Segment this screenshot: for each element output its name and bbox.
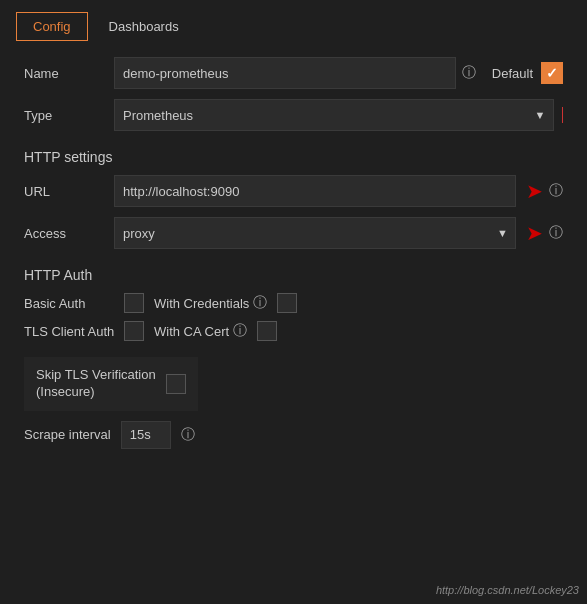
type-select-wrapper: Prometheus ▼ [114, 99, 554, 131]
skip-tls-row: Skip TLS Verification(Insecure) [24, 357, 198, 411]
name-row: Name ⓘ Default [24, 57, 563, 89]
access-label: Access [24, 226, 114, 241]
type-cursor [562, 107, 564, 123]
skip-tls-checkbox[interactable] [166, 374, 186, 394]
access-select[interactable]: proxy direct [114, 217, 516, 249]
type-field: Prometheus ▼ [114, 99, 563, 131]
http-settings-header: HTTP settings [24, 149, 563, 165]
url-info-icon[interactable]: ⓘ [549, 182, 563, 200]
default-checkbox[interactable] [541, 62, 563, 84]
name-label: Name [24, 66, 114, 81]
tab-dashboards-label: Dashboards [109, 19, 179, 34]
url-input[interactable] [114, 175, 516, 207]
default-label: Default [492, 66, 533, 81]
tls-auth-text: TLS Client Auth [24, 324, 114, 339]
tls-auth-row: TLS Client Auth With CA Cert ⓘ [24, 321, 563, 341]
access-arrow-annotation: ➤ [526, 221, 543, 245]
type-row: Type Prometheus ▼ [24, 99, 563, 131]
type-label: Type [24, 108, 114, 123]
access-select-wrapper: proxy direct ▼ [114, 217, 516, 249]
tls-auth-checkbox-area: With CA Cert ⓘ [124, 321, 277, 341]
access-info-icon[interactable]: ⓘ [549, 224, 563, 242]
scrape-info-icon[interactable]: ⓘ [181, 426, 195, 444]
name-info-icon[interactable]: ⓘ [462, 64, 476, 82]
basic-auth-checkbox-area: With Credentials ⓘ [124, 293, 297, 313]
with-ca-cert-info-icon[interactable]: ⓘ [233, 322, 247, 340]
basic-auth-label: Basic Auth [24, 296, 124, 311]
with-credentials-label: With Credentials ⓘ [154, 294, 267, 312]
with-ca-cert-checkbox[interactable] [257, 321, 277, 341]
scrape-input[interactable] [121, 421, 171, 449]
name-input[interactable] [114, 57, 456, 89]
basic-auth-checkbox[interactable] [124, 293, 144, 313]
scrape-row: Scrape interval ⓘ [24, 421, 563, 449]
main-content: Name ⓘ Default Type Prometheus ▼ HTTP se… [0, 41, 587, 465]
url-row: URL ➤ ⓘ [24, 175, 563, 207]
tab-config-label: Config [33, 19, 71, 34]
skip-tls-label: Skip TLS Verification(Insecure) [36, 367, 156, 401]
skip-tls-section: Skip TLS Verification(Insecure) [24, 357, 563, 411]
with-ca-cert-text: With CA Cert [154, 324, 229, 339]
access-field: proxy direct ▼ ➤ ⓘ [114, 217, 563, 249]
url-field: ➤ ⓘ [114, 175, 563, 207]
name-field: ⓘ [114, 57, 476, 89]
access-row: Access proxy direct ▼ ➤ ⓘ [24, 217, 563, 249]
with-credentials-checkbox[interactable] [277, 293, 297, 313]
tls-auth-label: TLS Client Auth [24, 324, 124, 339]
tls-auth-checkbox[interactable] [124, 321, 144, 341]
with-ca-cert-label: With CA Cert ⓘ [154, 322, 247, 340]
url-arrow-annotation: ➤ [526, 179, 543, 203]
url-label: URL [24, 184, 114, 199]
basic-auth-row: Basic Auth With Credentials ⓘ [24, 293, 563, 313]
http-auth-header: HTTP Auth [24, 267, 563, 283]
tab-config[interactable]: Config [16, 12, 88, 41]
type-select[interactable]: Prometheus [114, 99, 554, 131]
default-area: Default [492, 62, 563, 84]
watermark: http://blog.csdn.net/Lockey23 [436, 584, 579, 596]
tab-bar: Config Dashboards [0, 0, 587, 41]
scrape-label: Scrape interval [24, 427, 111, 442]
with-credentials-text: With Credentials [154, 296, 249, 311]
with-credentials-info-icon[interactable]: ⓘ [253, 294, 267, 312]
tab-dashboards[interactable]: Dashboards [92, 12, 196, 41]
